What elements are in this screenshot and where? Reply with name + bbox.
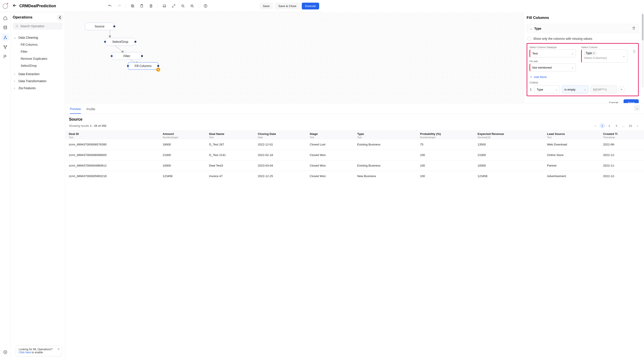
results-count: Showing results 1 - 25 of 250 xyxy=(69,124,106,127)
table-row[interactable]: zcrm_68943700000657639518000D_Test 26720… xyxy=(66,139,322,150)
save-close-button[interactable]: Save & Close xyxy=(275,3,300,9)
tab-preview[interactable]: Preview xyxy=(70,105,81,114)
zoom-in-icon[interactable] xyxy=(188,2,196,10)
home-icon[interactable] xyxy=(2,14,9,22)
svg-point-1 xyxy=(7,3,8,4)
item-filter[interactable]: Filter xyxy=(13,48,63,55)
svg-point-11 xyxy=(4,26,6,27)
svg-point-14 xyxy=(6,38,6,39)
svg-point-19 xyxy=(16,25,18,27)
help-icon[interactable] xyxy=(202,2,210,10)
pipeline-icon[interactable] xyxy=(2,34,9,41)
copy-icon[interactable] xyxy=(128,2,136,10)
save-button-top[interactable]: Save xyxy=(260,3,273,9)
node-source[interactable]: Source xyxy=(85,23,114,30)
table-row[interactable]: zcrm_689437000005993218123456Invoice 472… xyxy=(66,171,322,180)
svg-point-13 xyxy=(4,38,4,39)
column-header[interactable]: Deal NameText xyxy=(206,130,255,139)
source-heading: Source xyxy=(65,114,322,123)
svg-point-16 xyxy=(6,45,6,46)
item-fill-columns[interactable]: Fill Columns xyxy=(13,41,63,48)
preview-panel: Preview Profile ⌄ Source Showing results… xyxy=(65,103,322,179)
svg-point-10 xyxy=(206,6,206,7)
svg-point-0 xyxy=(3,4,8,8)
operations-sidebar: Operations ❮ ⌄Data Cleaning Fill Columns… xyxy=(10,12,65,179)
group-data-transformation[interactable]: ›Data Transformation xyxy=(13,77,63,85)
column-header[interactable]: AmountNumber(large) xyxy=(160,130,206,139)
paste-icon[interactable] xyxy=(138,2,146,10)
redo-icon[interactable] xyxy=(115,2,123,10)
sidebar-title: Operations xyxy=(13,15,32,19)
zoom-out-icon[interactable] xyxy=(179,2,187,10)
left-rail xyxy=(0,12,10,179)
item-remove-duplicates[interactable]: Remove Duplicates xyxy=(13,55,63,62)
svg-point-12 xyxy=(4,36,6,37)
nodes-icon[interactable] xyxy=(2,43,9,51)
tab-profile[interactable]: Profile xyxy=(86,106,96,114)
data-table: Deal IDTextAmountNumber(large)Deal NameT… xyxy=(66,130,322,179)
group-data-cleaning[interactable]: ⌄Data Cleaning xyxy=(13,34,63,41)
group-data-extraction[interactable]: ›Data Extraction xyxy=(13,70,63,77)
svg-rect-6 xyxy=(163,5,166,7)
undo-icon[interactable] xyxy=(106,2,114,10)
column-header[interactable]: Deal IDText xyxy=(66,130,160,139)
collapse-sidebar-button[interactable]: ❮ xyxy=(57,15,63,20)
topbar: CRMDealPrediction Save Save & Close Exec… xyxy=(0,0,322,12)
node-select-drop[interactable]: Select/Drop xyxy=(105,38,136,45)
database-icon[interactable] xyxy=(2,24,9,31)
node-fill-columns[interactable]: Fill Columns ✦ xyxy=(128,62,158,70)
fit-icon[interactable] xyxy=(160,2,168,10)
svg-point-15 xyxy=(4,45,4,46)
column-header[interactable]: Closing DateDate xyxy=(255,130,306,139)
table-row[interactable]: zcrm_68943700000496081210000Deal Test320… xyxy=(66,160,322,171)
flag-icon[interactable] xyxy=(2,53,9,60)
search-input[interactable] xyxy=(13,23,63,30)
back-button[interactable] xyxy=(12,2,18,10)
warning-badge-icon: ✦ xyxy=(156,68,160,72)
brand-logo xyxy=(2,3,9,10)
group-zia-features[interactable]: ›Zia Features xyxy=(13,85,63,92)
page-title: CRMDealPrediction xyxy=(19,4,56,8)
pipeline-canvas[interactable]: Source Select/Drop Filter Fill Columns ✦ xyxy=(65,12,322,103)
svg-rect-2 xyxy=(132,5,134,7)
item-select-drop[interactable]: Select/Drop xyxy=(13,62,63,69)
node-filter[interactable]: Filter xyxy=(112,52,142,60)
toolbar xyxy=(56,2,260,10)
table-row[interactable]: zcrm_68943700000658900521000D_Test 21412… xyxy=(66,150,322,160)
search-field[interactable] xyxy=(20,24,60,28)
execute-button[interactable]: Execute xyxy=(302,3,319,9)
fullscreen-icon[interactable] xyxy=(170,2,178,10)
delete-icon[interactable] xyxy=(147,2,155,10)
column-header[interactable]: StageText xyxy=(306,130,322,139)
svg-rect-3 xyxy=(131,4,133,6)
